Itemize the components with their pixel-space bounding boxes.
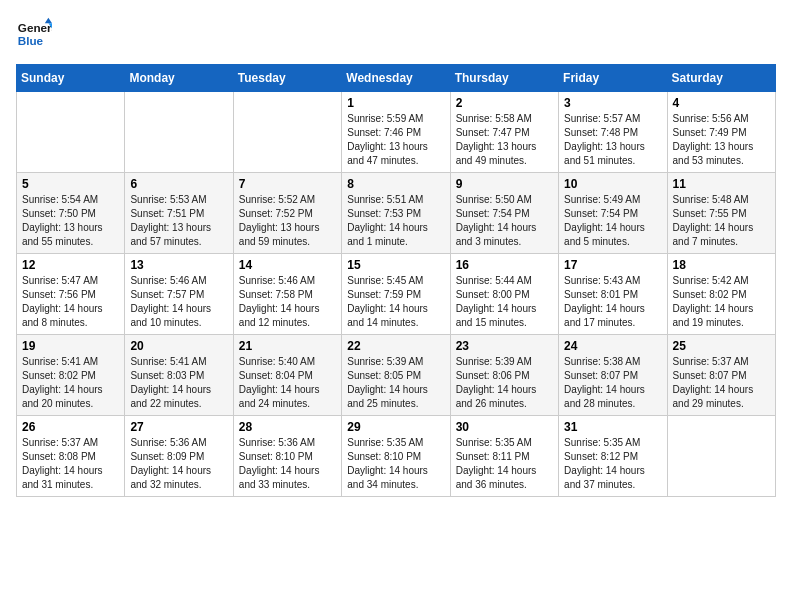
day-number: 18 [673, 258, 770, 272]
day-number: 31 [564, 420, 661, 434]
weekday-header: Saturday [667, 65, 775, 92]
weekday-header: Wednesday [342, 65, 450, 92]
day-info: Sunrise: 5:57 AMSunset: 7:48 PMDaylight:… [564, 112, 661, 168]
calendar-cell: 4Sunrise: 5:56 AMSunset: 7:49 PMDaylight… [667, 92, 775, 173]
calendar-cell: 24Sunrise: 5:38 AMSunset: 8:07 PMDayligh… [559, 335, 667, 416]
calendar-table: SundayMondayTuesdayWednesdayThursdayFrid… [16, 64, 776, 497]
day-info: Sunrise: 5:37 AMSunset: 8:08 PMDaylight:… [22, 436, 119, 492]
calendar-cell: 22Sunrise: 5:39 AMSunset: 8:05 PMDayligh… [342, 335, 450, 416]
day-info: Sunrise: 5:40 AMSunset: 8:04 PMDaylight:… [239, 355, 336, 411]
day-info: Sunrise: 5:59 AMSunset: 7:46 PMDaylight:… [347, 112, 444, 168]
calendar-cell: 1Sunrise: 5:59 AMSunset: 7:46 PMDaylight… [342, 92, 450, 173]
day-info: Sunrise: 5:35 AMSunset: 8:10 PMDaylight:… [347, 436, 444, 492]
day-info: Sunrise: 5:58 AMSunset: 7:47 PMDaylight:… [456, 112, 553, 168]
day-number: 22 [347, 339, 444, 353]
calendar-cell: 31Sunrise: 5:35 AMSunset: 8:12 PMDayligh… [559, 416, 667, 497]
calendar-cell: 21Sunrise: 5:40 AMSunset: 8:04 PMDayligh… [233, 335, 341, 416]
day-info: Sunrise: 5:35 AMSunset: 8:11 PMDaylight:… [456, 436, 553, 492]
day-info: Sunrise: 5:51 AMSunset: 7:53 PMDaylight:… [347, 193, 444, 249]
day-number: 5 [22, 177, 119, 191]
calendar-week-row: 1Sunrise: 5:59 AMSunset: 7:46 PMDaylight… [17, 92, 776, 173]
calendar-cell [125, 92, 233, 173]
day-number: 21 [239, 339, 336, 353]
weekday-header: Tuesday [233, 65, 341, 92]
calendar-cell: 11Sunrise: 5:48 AMSunset: 7:55 PMDayligh… [667, 173, 775, 254]
calendar-week-row: 26Sunrise: 5:37 AMSunset: 8:08 PMDayligh… [17, 416, 776, 497]
calendar-cell: 6Sunrise: 5:53 AMSunset: 7:51 PMDaylight… [125, 173, 233, 254]
calendar-cell: 13Sunrise: 5:46 AMSunset: 7:57 PMDayligh… [125, 254, 233, 335]
calendar-cell: 25Sunrise: 5:37 AMSunset: 8:07 PMDayligh… [667, 335, 775, 416]
day-info: Sunrise: 5:38 AMSunset: 8:07 PMDaylight:… [564, 355, 661, 411]
day-info: Sunrise: 5:36 AMSunset: 8:10 PMDaylight:… [239, 436, 336, 492]
day-info: Sunrise: 5:39 AMSunset: 8:05 PMDaylight:… [347, 355, 444, 411]
day-number: 10 [564, 177, 661, 191]
day-info: Sunrise: 5:46 AMSunset: 7:58 PMDaylight:… [239, 274, 336, 330]
calendar-cell: 26Sunrise: 5:37 AMSunset: 8:08 PMDayligh… [17, 416, 125, 497]
day-number: 29 [347, 420, 444, 434]
calendar-cell: 17Sunrise: 5:43 AMSunset: 8:01 PMDayligh… [559, 254, 667, 335]
calendar-cell: 29Sunrise: 5:35 AMSunset: 8:10 PMDayligh… [342, 416, 450, 497]
calendar-cell: 3Sunrise: 5:57 AMSunset: 7:48 PMDaylight… [559, 92, 667, 173]
calendar-cell: 30Sunrise: 5:35 AMSunset: 8:11 PMDayligh… [450, 416, 558, 497]
calendar-cell [17, 92, 125, 173]
day-number: 20 [130, 339, 227, 353]
calendar-week-row: 19Sunrise: 5:41 AMSunset: 8:02 PMDayligh… [17, 335, 776, 416]
day-info: Sunrise: 5:56 AMSunset: 7:49 PMDaylight:… [673, 112, 770, 168]
calendar-cell: 19Sunrise: 5:41 AMSunset: 8:02 PMDayligh… [17, 335, 125, 416]
day-number: 28 [239, 420, 336, 434]
day-number: 19 [22, 339, 119, 353]
logo-icon: General Blue [16, 16, 52, 52]
day-info: Sunrise: 5:52 AMSunset: 7:52 PMDaylight:… [239, 193, 336, 249]
day-info: Sunrise: 5:36 AMSunset: 8:09 PMDaylight:… [130, 436, 227, 492]
calendar-cell [667, 416, 775, 497]
day-info: Sunrise: 5:41 AMSunset: 8:02 PMDaylight:… [22, 355, 119, 411]
calendar-cell: 14Sunrise: 5:46 AMSunset: 7:58 PMDayligh… [233, 254, 341, 335]
day-info: Sunrise: 5:42 AMSunset: 8:02 PMDaylight:… [673, 274, 770, 330]
day-info: Sunrise: 5:41 AMSunset: 8:03 PMDaylight:… [130, 355, 227, 411]
day-info: Sunrise: 5:37 AMSunset: 8:07 PMDaylight:… [673, 355, 770, 411]
day-number: 30 [456, 420, 553, 434]
calendar-cell: 28Sunrise: 5:36 AMSunset: 8:10 PMDayligh… [233, 416, 341, 497]
day-info: Sunrise: 5:47 AMSunset: 7:56 PMDaylight:… [22, 274, 119, 330]
weekday-header: Thursday [450, 65, 558, 92]
calendar-cell: 8Sunrise: 5:51 AMSunset: 7:53 PMDaylight… [342, 173, 450, 254]
calendar-week-row: 12Sunrise: 5:47 AMSunset: 7:56 PMDayligh… [17, 254, 776, 335]
calendar-cell: 16Sunrise: 5:44 AMSunset: 8:00 PMDayligh… [450, 254, 558, 335]
day-number: 27 [130, 420, 227, 434]
calendar-cell: 12Sunrise: 5:47 AMSunset: 7:56 PMDayligh… [17, 254, 125, 335]
day-number: 11 [673, 177, 770, 191]
calendar-week-row: 5Sunrise: 5:54 AMSunset: 7:50 PMDaylight… [17, 173, 776, 254]
day-number: 13 [130, 258, 227, 272]
calendar-cell: 18Sunrise: 5:42 AMSunset: 8:02 PMDayligh… [667, 254, 775, 335]
day-number: 9 [456, 177, 553, 191]
calendar-cell: 27Sunrise: 5:36 AMSunset: 8:09 PMDayligh… [125, 416, 233, 497]
day-number: 25 [673, 339, 770, 353]
day-info: Sunrise: 5:54 AMSunset: 7:50 PMDaylight:… [22, 193, 119, 249]
logo: General Blue [16, 16, 52, 52]
day-number: 8 [347, 177, 444, 191]
calendar-cell [233, 92, 341, 173]
day-info: Sunrise: 5:53 AMSunset: 7:51 PMDaylight:… [130, 193, 227, 249]
weekday-header: Friday [559, 65, 667, 92]
calendar-cell: 23Sunrise: 5:39 AMSunset: 8:06 PMDayligh… [450, 335, 558, 416]
calendar-cell: 9Sunrise: 5:50 AMSunset: 7:54 PMDaylight… [450, 173, 558, 254]
day-info: Sunrise: 5:49 AMSunset: 7:54 PMDaylight:… [564, 193, 661, 249]
day-info: Sunrise: 5:48 AMSunset: 7:55 PMDaylight:… [673, 193, 770, 249]
day-number: 3 [564, 96, 661, 110]
weekday-header: Sunday [17, 65, 125, 92]
page-header: General Blue [16, 16, 776, 52]
calendar-cell: 2Sunrise: 5:58 AMSunset: 7:47 PMDaylight… [450, 92, 558, 173]
day-info: Sunrise: 5:39 AMSunset: 8:06 PMDaylight:… [456, 355, 553, 411]
day-number: 15 [347, 258, 444, 272]
day-number: 7 [239, 177, 336, 191]
day-info: Sunrise: 5:45 AMSunset: 7:59 PMDaylight:… [347, 274, 444, 330]
day-info: Sunrise: 5:35 AMSunset: 8:12 PMDaylight:… [564, 436, 661, 492]
day-info: Sunrise: 5:50 AMSunset: 7:54 PMDaylight:… [456, 193, 553, 249]
calendar-cell: 15Sunrise: 5:45 AMSunset: 7:59 PMDayligh… [342, 254, 450, 335]
calendar-cell: 7Sunrise: 5:52 AMSunset: 7:52 PMDaylight… [233, 173, 341, 254]
calendar-cell: 20Sunrise: 5:41 AMSunset: 8:03 PMDayligh… [125, 335, 233, 416]
day-number: 23 [456, 339, 553, 353]
calendar-cell: 5Sunrise: 5:54 AMSunset: 7:50 PMDaylight… [17, 173, 125, 254]
day-info: Sunrise: 5:44 AMSunset: 8:00 PMDaylight:… [456, 274, 553, 330]
day-number: 12 [22, 258, 119, 272]
